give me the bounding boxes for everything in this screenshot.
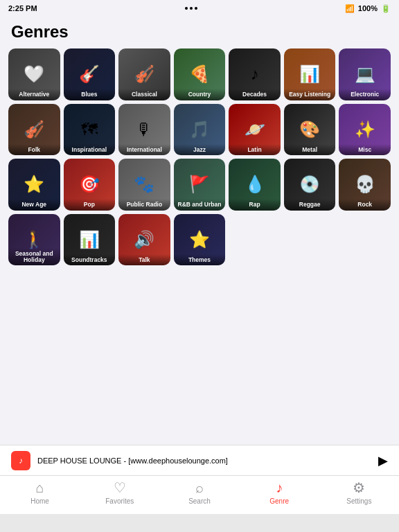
genre-overlay-classical: Classical xyxy=(118,89,170,100)
genre-overlay-international: International xyxy=(118,144,170,155)
genre-item-metal[interactable]: 🎨Metal xyxy=(284,104,336,156)
genre-label-decades: Decades xyxy=(231,91,278,98)
genre-label-public-radio: Public Radio xyxy=(121,202,168,208)
page-title: Genres xyxy=(8,22,391,42)
genre-label-easy-listening: Easy Listening xyxy=(286,91,334,98)
genre-label-pop: Pop xyxy=(66,202,114,208)
genre-label-rap: Rap xyxy=(231,202,278,208)
genre-item-jazz[interactable]: 🎵Jazz xyxy=(174,104,226,156)
genre-label-folk: Folk xyxy=(10,147,58,153)
wifi-icon: 📶 xyxy=(345,4,355,13)
genre-item-country[interactable]: 🍕Country xyxy=(174,48,226,100)
genre-item-inspirational[interactable]: 🗺Inspirational xyxy=(64,104,116,156)
tab-settings[interactable]: ⚙Settings xyxy=(338,479,380,505)
genre-item-pop[interactable]: 🎯Pop xyxy=(64,159,116,211)
main-content: Genres 🤍Alternative🎸Blues🎻Classical🍕Coun… xyxy=(0,17,399,445)
player-bar: ♪ DEEP HOUSE LOUNGE - [www.deephouseloun… xyxy=(0,445,399,475)
tab-label-search: Search xyxy=(188,497,211,505)
genre-grid: 🤍Alternative🎸Blues🎻Classical🍕Country♪Dec… xyxy=(8,48,391,265)
genre-label-reggae: Reggae xyxy=(286,202,334,208)
genre-overlay-public-radio: Public Radio xyxy=(118,199,170,210)
tab-label-home: Home xyxy=(30,497,49,505)
tab-label-settings: Settings xyxy=(346,497,371,505)
genre-label-misc: Misc xyxy=(341,147,389,153)
genre-item-alternative[interactable]: 🤍Alternative xyxy=(8,48,60,100)
genre-overlay-pop: Pop xyxy=(64,199,116,210)
genre-label-blues: Blues xyxy=(66,91,114,98)
tab-bar: ⌂Home♡Favorites⌕Search♪Genre⚙Settings xyxy=(0,475,399,514)
now-playing-text: DEEP HOUSE LOUNGE - [www.deephouselounge… xyxy=(37,456,371,465)
tab-favorites[interactable]: ♡Favorites xyxy=(99,479,141,505)
genre-item-international[interactable]: 🎙International xyxy=(118,104,170,156)
genre-overlay-soundtracks: Soundtracks xyxy=(64,254,116,265)
status-dot-1 xyxy=(185,7,188,10)
genre-item-seasonal[interactable]: 🚶Seasonal and Holiday xyxy=(8,214,60,266)
genre-item-blues[interactable]: 🎸Blues xyxy=(64,48,116,100)
genre-overlay-misc: Misc xyxy=(339,144,391,155)
genre-overlay-new-age: New Age xyxy=(8,199,60,210)
tab-home[interactable]: ⌂Home xyxy=(19,480,61,505)
genre-item-electronic[interactable]: 💻Electronic xyxy=(339,48,391,100)
genre-overlay-talk: Talk xyxy=(118,254,170,265)
genre-overlay-easy-listening: Easy Listening xyxy=(284,89,336,100)
status-right: 📶 100% 🔋 xyxy=(345,4,391,13)
genre-item-rap[interactable]: 💧Rap xyxy=(229,159,281,211)
genre-overlay-inspirational: Inspirational xyxy=(64,144,116,155)
genre-item-new-age[interactable]: ⭐New Age xyxy=(8,159,60,211)
genre-overlay-reggae: Reggae xyxy=(284,199,336,210)
genre-label-rb-urban: R&B and Urban xyxy=(176,202,224,208)
player-logo-icon: ♪ xyxy=(19,456,23,466)
genre-overlay-blues: Blues xyxy=(64,89,116,100)
genre-label-rock: Rock xyxy=(341,202,389,208)
genre-item-talk[interactable]: 🔊Talk xyxy=(118,214,170,266)
genre-item-classical[interactable]: 🎻Classical xyxy=(118,48,170,100)
genre-overlay-seasonal: Seasonal and Holiday xyxy=(8,248,60,266)
tab-search[interactable]: ⌕Search xyxy=(179,480,220,505)
tab-label-favorites: Favorites xyxy=(105,497,134,505)
tab-label-genre: Genre xyxy=(269,497,289,505)
tab-icon-genre: ♪ xyxy=(276,480,283,496)
genre-label-country: Country xyxy=(176,91,224,98)
player-logo: ♪ xyxy=(11,451,30,470)
genre-overlay-jazz: Jazz xyxy=(174,144,226,155)
battery-icon: 🔋 xyxy=(381,4,391,13)
genre-overlay-themes: Themes xyxy=(174,254,226,265)
genre-item-reggae[interactable]: 💿Reggae xyxy=(284,159,336,211)
genre-item-rock[interactable]: 💀Rock xyxy=(339,159,391,211)
genre-overlay-rap: Rap xyxy=(229,199,281,210)
tab-icon-search: ⌕ xyxy=(195,480,204,496)
genre-item-misc[interactable]: ✨Misc xyxy=(339,104,391,156)
genre-label-talk: Talk xyxy=(121,257,168,263)
genre-label-new-age: New Age xyxy=(10,202,58,208)
tab-genre[interactable]: ♪Genre xyxy=(258,480,300,505)
genre-label-latin: Latin xyxy=(231,147,278,153)
genre-item-folk[interactable]: 🎻Folk xyxy=(8,104,60,156)
genre-overlay-rock: Rock xyxy=(339,199,391,210)
tab-icon-settings: ⚙ xyxy=(353,479,365,496)
genre-overlay-rb-urban: R&B and Urban xyxy=(174,199,226,210)
genre-item-rb-urban[interactable]: 🚩R&B and Urban xyxy=(174,159,226,211)
genre-item-latin[interactable]: 🪐Latin xyxy=(229,104,281,156)
genre-label-international: International xyxy=(121,147,168,153)
genre-label-themes: Themes xyxy=(176,257,224,263)
genre-item-easy-listening[interactable]: 📊Easy Listening xyxy=(284,48,336,100)
genre-item-public-radio[interactable]: 🐾Public Radio xyxy=(118,159,170,211)
genre-overlay-country: Country xyxy=(174,89,226,100)
genre-item-themes[interactable]: ⭐Themes xyxy=(174,214,226,266)
genre-overlay-latin: Latin xyxy=(229,144,281,155)
status-dot-2 xyxy=(190,7,193,10)
status-dot-3 xyxy=(195,7,197,10)
genre-label-soundtracks: Soundtracks xyxy=(66,257,114,263)
genre-label-electronic: Electronic xyxy=(341,91,389,98)
genre-label-jazz: Jazz xyxy=(176,147,224,153)
genre-overlay-electronic: Electronic xyxy=(339,89,391,100)
genre-label-inspirational: Inspirational xyxy=(66,147,114,153)
genre-item-decades[interactable]: ♪Decades xyxy=(229,48,281,100)
play-button[interactable]: ▶ xyxy=(378,453,388,468)
tab-icon-favorites: ♡ xyxy=(114,479,126,496)
genre-item-soundtracks[interactable]: 📊Soundtracks xyxy=(64,214,116,266)
battery-level: 100% xyxy=(358,4,378,12)
genre-overlay-metal: Metal xyxy=(284,144,336,155)
status-bar: 2:25 PM 📶 100% 🔋 xyxy=(0,0,399,17)
genre-overlay-folk: Folk xyxy=(8,144,60,155)
